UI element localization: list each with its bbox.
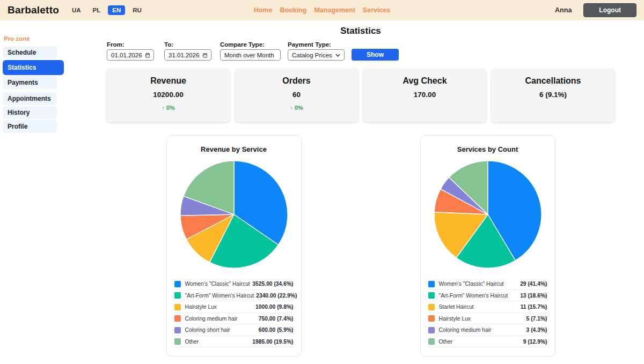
legend-swatch-icon [174,281,181,287]
from-date-field: From: 01.01.2026 [107,41,154,61]
legend-label: Women's "Classic" Haircut [439,281,518,287]
legend-row-hairstyle-lux: Hairstyle Lux1000.00 (9.8%) [174,301,294,313]
legend-label: Starlet Haircut [439,304,518,310]
legend-value: 13 (18.6%) [520,293,547,299]
legend-swatch-icon [428,304,435,310]
legend-value: 600.00 (5.9%) [259,327,294,333]
legend-swatch-icon [428,338,435,345]
legend-value: 750.00 (7.4%) [259,316,294,322]
from-date-input[interactable]: 01.01.2026 [107,49,154,61]
sidebar-nav: ScheduleStatisticsPaymentsAppointmentsHi… [3,46,102,133]
to-date-value: 31.01.2026 [169,52,200,58]
app-header: Barbaletto UAPLENRU HomeBookingManagemen… [0,0,644,20]
legend-row-women-s-classic-haircut: Women's "Classic" Haircut29 (41.4%) [428,278,547,290]
chart-card-revenue-by-service: Revenue by ServiceWomen's "Classic" Hair… [166,135,302,356]
chart-column: Revenue by ServiceWomen's "Classic" Hair… [107,135,361,356]
legend-label: Coloring medium hair [439,327,524,333]
compare-type-select[interactable]: Month over Month [220,49,281,61]
legend-value: 1985.00 (19.5%) [252,339,293,345]
legend-value: 11 (15.7%) [521,304,547,310]
sidebar-item-history[interactable]: History [3,106,57,119]
to-date-input[interactable]: 31.01.2026 [164,49,211,61]
legend-swatch-icon [174,327,181,333]
from-date-value: 01.01.2026 [111,52,142,58]
main-content: Statistics From: 01.01.2026 To: 31.01.20… [107,20,614,356]
lang-button-ua[interactable]: UA [68,5,85,15]
charts-row: Revenue by ServiceWomen's "Classic" Hair… [107,135,614,356]
legend-swatch-icon [174,315,181,322]
legend-value: 9 (12.9%) [523,339,547,345]
chart-legend: Women's "Classic" Haircut29 (41.4%)"Art-… [428,278,547,347]
payment-type-select[interactable]: Catalog Prices [288,49,345,61]
show-button[interactable]: Show [352,49,399,61]
kpi-card-revenue: Revenue10200.00↑ 0% [107,69,230,122]
legend-label: Coloring medium hair [185,316,257,322]
nav-link-services[interactable]: Services [363,6,390,14]
payment-type-label: Payment Type: [288,41,345,48]
legend-label: "Art-Form" Women's Haircut [185,293,254,299]
legend-value: 2340.00 (22.9%) [256,293,297,299]
legend-swatch-icon [174,292,181,299]
nav-link-booking[interactable]: Booking [280,6,306,14]
legend-swatch-icon [428,327,435,333]
filters-bar: From: 01.01.2026 To: 31.01.2026 Compare … [107,41,614,61]
legend-row-coloring-medium-hair: Coloring medium hair750.00 (7.4%) [174,313,294,325]
kpi-title: Cancellations [492,76,614,86]
nav-link-management[interactable]: Management [314,6,355,14]
sidebar-item-profile[interactable]: Profile [3,120,57,133]
kpi-title: Orders [235,76,358,86]
sidebar-item-appointments[interactable]: Appointments [3,92,57,105]
lang-button-pl[interactable]: PL [89,5,105,15]
kpi-value: 10200.00 [107,91,230,99]
legend-row-women-s-classic-haircut: Women's "Classic" Haircut3525.00 (34.6%) [174,278,294,290]
page-title: Statistics [107,26,614,36]
legend-value: 3 (4.3%) [526,327,547,333]
kpi-card-orders: Orders60↑ 0% [235,69,358,122]
legend-label: Hairstyle Lux [185,304,254,310]
brand-logo: Barbaletto [8,4,59,16]
legend-value: 5 (7.1%) [526,316,547,322]
logout-button[interactable]: Logout [583,3,636,17]
legend-swatch-icon [174,338,181,345]
to-date-label: To: [164,41,211,48]
chart-column: Services by CountWomen's "Classic" Hairc… [361,135,614,356]
legend-row-coloring-short-hair: Coloring short hair600.00 (5.9%) [174,324,294,336]
legend-value: 29 (41.4%) [520,281,547,287]
kpi-card-avg-check: Avg Check170.00 [363,69,486,122]
sidebar: Pro zone ScheduleStatisticsPaymentsAppoi… [0,20,102,134]
compare-type-field: Compare Type: Month over Month [220,41,281,61]
kpi-card-cancellations: Cancellations6 (9.1%) [492,69,614,122]
calendar-icon[interactable] [203,52,207,58]
legend-label: Coloring short hair [185,327,257,333]
calendar-icon[interactable] [145,52,150,58]
payment-type-value: Catalog Prices [292,52,332,58]
sidebar-item-statistics[interactable]: Statistics [3,60,64,75]
lang-button-ru[interactable]: RU [128,5,146,15]
header-right: Anna Logout [555,3,636,17]
chart-legend: Women's "Classic" Haircut3525.00 (34.6%)… [174,278,294,347]
nav-link-home[interactable]: Home [254,6,273,14]
legend-swatch-icon [428,281,435,287]
legend-row-art-form-women-s-haircut: "Art-Form" Women's Haircut2340.00 (22.9%… [174,290,294,302]
sidebar-section-label: Pro zone [4,35,102,42]
legend-row-coloring-medium-hair: Coloring medium hair3 (4.3%) [428,324,547,336]
from-date-label: From: [107,41,154,48]
payment-type-field: Payment Type: Catalog Prices [288,41,345,61]
legend-row-starlet-haircut: Starlet Haircut11 (15.7%) [428,301,547,313]
legend-label: Other [185,339,251,345]
lang-button-en[interactable]: EN [108,5,125,15]
legend-swatch-icon [428,292,435,299]
pie-chart[interactable] [433,159,543,270]
chart-card-services-by-count: Services by CountWomen's "Classic" Hairc… [420,135,555,356]
user-name: Anna [555,6,572,14]
chart-title: Revenue by Service [174,145,294,153]
legend-swatch-icon [174,304,181,310]
sidebar-item-payments[interactable]: Payments [3,76,57,89]
sidebar-item-schedule[interactable]: Schedule [3,46,57,59]
legend-label: Other [439,339,521,345]
kpi-row: Revenue10200.00↑ 0%Orders60↑ 0%Avg Check… [107,69,614,122]
pie-chart[interactable] [179,159,289,270]
main-nav: HomeBookingManagementServices [254,6,391,14]
legend-swatch-icon [428,315,435,322]
kpi-delta: ↑ 0% [107,105,230,111]
